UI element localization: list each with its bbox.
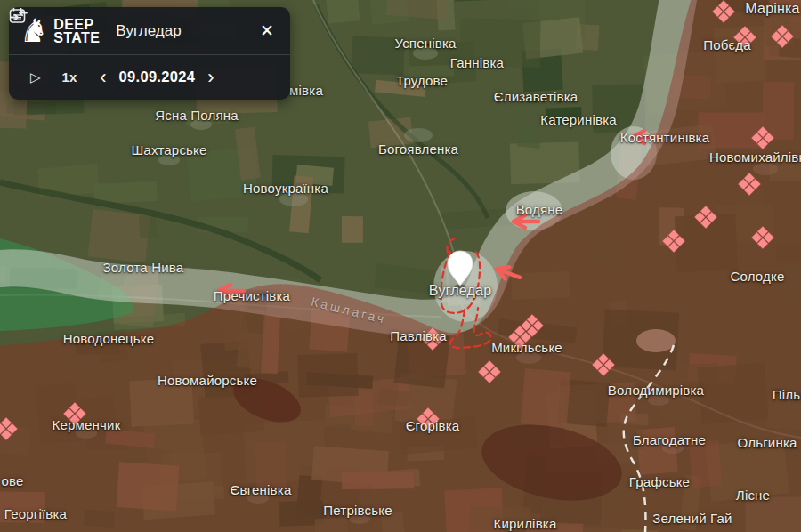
- deepstate-map-app: Кашлагач МарінкаУспенівкаГаннівкаПобєдаТ…: [0, 0, 801, 532]
- brand-wordmark: DEEP STATE: [53, 18, 100, 44]
- deepstate-panel: ♞ DEEP STATE Вугледар ✕ ▷ 1x ‹ 09.09.202…: [9, 7, 290, 100]
- date-display[interactable]: 09.09.2024: [119, 69, 196, 85]
- panel-search-row: ♞ DEEP STATE Вугледар ✕: [9, 7, 290, 54]
- close-icon[interactable]: ✕: [256, 19, 278, 43]
- speed-button[interactable]: 1x: [62, 69, 77, 85]
- play-button[interactable]: ▷: [30, 69, 41, 85]
- timeline-controls: ▷ 1x ‹ 09.09.2024 ›: [9, 55, 290, 99]
- prev-date-button[interactable]: ‹: [100, 69, 106, 86]
- next-date-button[interactable]: ›: [207, 69, 214, 86]
- search-input[interactable]: Вугледар: [116, 22, 256, 40]
